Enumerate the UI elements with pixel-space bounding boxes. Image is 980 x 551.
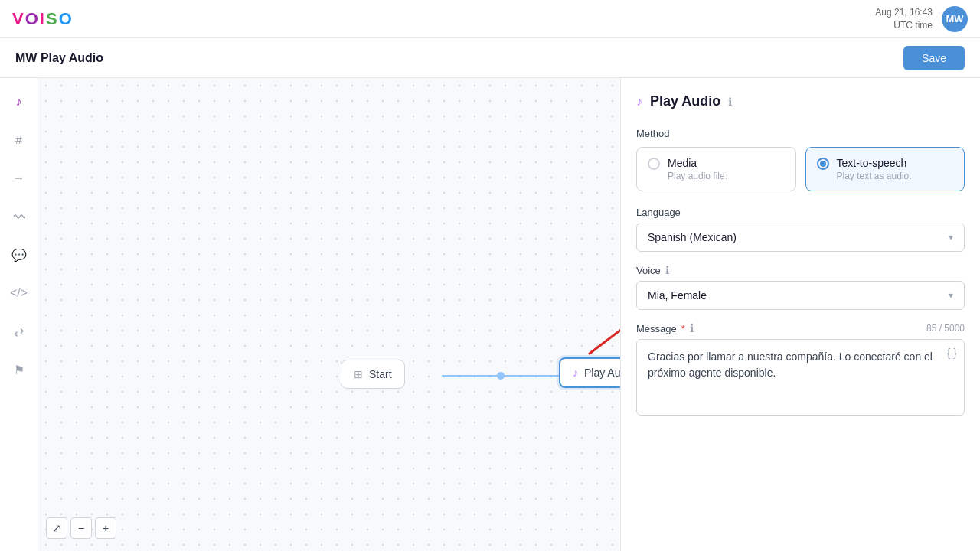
message-label: Message * ℹ bbox=[636, 322, 694, 334]
sidebar-icon-arrow[interactable]: → bbox=[8, 167, 31, 190]
svg-line-3 bbox=[590, 324, 620, 354]
method-tts-name: Text-to-speech bbox=[837, 157, 912, 169]
panel-header: ♪ Play Audio ℹ bbox=[636, 93, 965, 109]
panel-music-icon: ♪ bbox=[636, 95, 642, 109]
method-media-name: Media bbox=[668, 157, 727, 169]
method-card-tts[interactable]: Text-to-speech Play text as audio. bbox=[805, 147, 965, 191]
message-wrapper: Gracias por llamar a nuestra compañía. L… bbox=[636, 339, 965, 419]
start-node-icon: ⊞ bbox=[354, 368, 363, 380]
method-media-desc: Play audio file. bbox=[668, 171, 727, 181]
panel-info-icon[interactable]: ℹ bbox=[728, 96, 732, 108]
fit-button[interactable]: ⤢ bbox=[46, 517, 67, 539]
method-card-media[interactable]: Media Play audio file. bbox=[636, 147, 796, 191]
canvas-svg bbox=[38, 78, 620, 551]
radio-media[interactable] bbox=[648, 158, 660, 170]
voice-section: Voice ℹ Mia, Female ▾ bbox=[636, 264, 965, 310]
sidebar-icon-flag[interactable]: ⚑ bbox=[8, 358, 31, 381]
top-bar: VOISO Aug 21, 16:43 UTC time MW bbox=[0, 0, 980, 38]
sidebar-icon-hashtag[interactable]: # bbox=[8, 129, 31, 152]
logo: VOISO bbox=[12, 9, 74, 29]
method-label: Method bbox=[636, 128, 965, 139]
zoom-out-button[interactable]: − bbox=[70, 517, 92, 539]
voice-info-icon[interactable]: ℹ bbox=[665, 264, 669, 276]
voice-value: Mia, Female bbox=[648, 289, 707, 302]
char-count: 85 / 5000 bbox=[926, 323, 965, 334]
language-label: Language bbox=[636, 207, 965, 218]
play-audio-node-icon: ♪ bbox=[573, 367, 578, 379]
language-section: Language Spanish (Mexican) ▾ bbox=[636, 207, 965, 252]
main-layout: ♪ # → 💬 </> ⇄ ⚑ ⊞ Start ♪ bbox=[0, 78, 980, 551]
sidebar-icon-wave[interactable] bbox=[8, 205, 31, 228]
save-button[interactable]: Save bbox=[903, 46, 965, 70]
panel-title: Play Audio bbox=[650, 93, 720, 109]
required-star: * bbox=[681, 323, 685, 334]
voice-chevron-icon: ▾ bbox=[949, 290, 953, 301]
voice-dropdown[interactable]: Mia, Female ▾ bbox=[636, 281, 965, 310]
language-dropdown[interactable]: Spanish (Mexican) ▾ bbox=[636, 223, 965, 252]
method-tts-desc: Play text as audio. bbox=[837, 171, 912, 181]
top-right: Aug 21, 16:43 UTC time MW bbox=[875, 6, 968, 32]
play-audio-node-label: Play Audio bbox=[584, 367, 620, 379]
message-input[interactable]: Gracias por llamar a nuestra compañía. L… bbox=[636, 339, 965, 416]
sidebar-icon-code[interactable]: </> bbox=[8, 282, 31, 305]
method-options: Media Play audio file. Text-to-speech Pl… bbox=[636, 147, 965, 191]
radio-tts[interactable] bbox=[817, 158, 829, 170]
radio-tts-inner bbox=[820, 161, 826, 167]
sub-bar: MW Play Audio Save bbox=[0, 38, 980, 78]
language-chevron-icon: ▾ bbox=[949, 232, 953, 243]
start-node[interactable]: ⊞ Start bbox=[341, 360, 405, 389]
left-sidebar: ♪ # → 💬 </> ⇄ ⚑ bbox=[0, 78, 38, 551]
sidebar-icon-chat[interactable]: 💬 bbox=[8, 243, 31, 266]
language-value: Spanish (Mexican) bbox=[648, 231, 737, 243]
right-panel: ♪ Play Audio ℹ Method Media Play audio f… bbox=[620, 78, 980, 551]
template-icon[interactable]: { } bbox=[947, 347, 957, 359]
zoom-in-button[interactable]: + bbox=[95, 517, 116, 539]
flow-canvas: ⊞ Start ♪ Play Audio ⤢ − + bbox=[38, 78, 620, 551]
svg-point-1 bbox=[497, 372, 505, 380]
voice-dropdown-wrapper: Mia, Female ▾ bbox=[636, 281, 965, 310]
message-label-row: Message * ℹ 85 / 5000 bbox=[636, 322, 965, 334]
zoom-controls: ⤢ − + bbox=[46, 517, 116, 539]
start-node-label: Start bbox=[369, 368, 392, 380]
play-audio-node[interactable]: ♪ Play Audio bbox=[559, 357, 620, 388]
datetime-display: Aug 21, 16:43 UTC time bbox=[875, 6, 933, 32]
page-title: MW Play Audio bbox=[15, 51, 103, 65]
language-dropdown-wrapper: Spanish (Mexican) ▾ bbox=[636, 223, 965, 252]
voice-label: Voice ℹ bbox=[636, 264, 965, 276]
message-info-icon[interactable]: ℹ bbox=[690, 322, 694, 334]
sidebar-icon-transfer[interactable]: ⇄ bbox=[8, 320, 31, 343]
user-avatar[interactable]: MW bbox=[942, 6, 968, 32]
message-section: Message * ℹ 85 / 5000 Gracias por llamar… bbox=[636, 322, 965, 419]
sidebar-icon-music[interactable]: ♪ bbox=[8, 90, 31, 113]
